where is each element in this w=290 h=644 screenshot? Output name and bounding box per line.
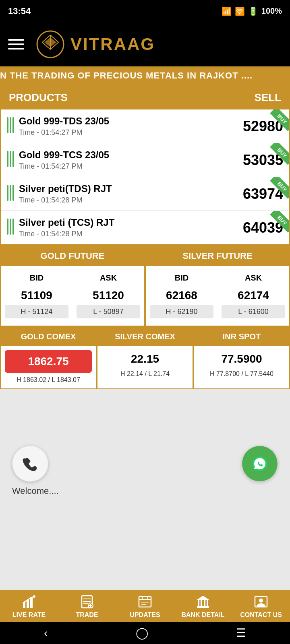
floating-buttons bbox=[0, 446, 290, 482]
whatsapp-button[interactable] bbox=[242, 446, 278, 482]
silver-future-title: SILVER FUTURE bbox=[182, 251, 252, 261]
gold-future-cols: BID 51109 H - 51124 ASK 51120 L - 50897 bbox=[1, 266, 144, 326]
product-row: Silver peti (TCS) RJT Time - 01:54:28 PM… bbox=[1, 211, 289, 244]
nav-contact-us-label: CONTACT US bbox=[240, 611, 282, 619]
contact-icon bbox=[253, 594, 269, 609]
home-button[interactable]: ◯ bbox=[136, 626, 148, 640]
silver-future-header: SILVER FUTURE bbox=[146, 246, 289, 266]
ticker-bar: N THE TRADING OF PRECIOUS METALS IN RAJK… bbox=[0, 66, 290, 85]
nav-bank-detail-label: BANK DETAIL bbox=[181, 611, 224, 619]
phone-icon bbox=[22, 456, 38, 472]
menu-button[interactable] bbox=[8, 39, 24, 50]
welcome-text: Welcome.... bbox=[0, 482, 290, 500]
silver-comex-value: 22.15 bbox=[97, 346, 193, 369]
gold-future-title: GOLD FUTURE bbox=[41, 251, 105, 261]
product-name: Silver peti(TDS) RJT bbox=[19, 183, 112, 194]
svg-rect-6 bbox=[27, 600, 29, 608]
product-name: Silver peti (TCS) RJT bbox=[19, 217, 114, 228]
status-bar: 13:54 📶 🛜 🔋 100% bbox=[0, 0, 290, 22]
nav-trade[interactable]: TRADE bbox=[58, 594, 116, 619]
gold-future-box: GOLD FUTURE BID 51109 H - 51124 ASK 5112… bbox=[0, 245, 145, 326]
product-row: Silver peti(TDS) RJT Time - 01:54:28 PM … bbox=[1, 177, 289, 211]
signal-icon: 📶 bbox=[222, 6, 232, 16]
back-button[interactable]: ‹ bbox=[44, 627, 48, 640]
futures-section: GOLD FUTURE BID 51109 H - 51124 ASK 5112… bbox=[0, 245, 290, 326]
inr-spot-header: INR SPOT bbox=[194, 327, 289, 346]
comex-section: GOLD COMEX 1862.75 H 1863.02 / L 1843.07… bbox=[0, 326, 290, 389]
buy-badge bbox=[267, 177, 289, 199]
gold-bid-label: BID bbox=[3, 270, 70, 286]
products-col2: SELL bbox=[255, 91, 281, 104]
phone-button[interactable] bbox=[12, 446, 48, 482]
silver-future-box: SILVER FUTURE BID 62168 H - 62190 ASK 62… bbox=[145, 245, 290, 326]
buy-badge bbox=[267, 211, 289, 233]
svg-rect-16 bbox=[139, 597, 151, 607]
product-left: Silver peti (TCS) RJT Time - 01:54:28 PM bbox=[7, 217, 114, 238]
trade-icon bbox=[79, 594, 95, 609]
product-indicator bbox=[7, 117, 14, 133]
silver-comex-hl: H 22.14 / L 21.74 bbox=[97, 369, 193, 382]
header: VITRAAG bbox=[0, 22, 290, 66]
product-info: Gold 999-TCS 23/05 Time - 01:54:27 PM bbox=[19, 149, 109, 171]
silver-comex-title: SILVER COMEX bbox=[115, 332, 175, 341]
product-indicator bbox=[7, 185, 14, 201]
products-col1: PRODUCTS bbox=[9, 91, 68, 104]
nav-contact-us[interactable]: CONTACT US bbox=[232, 594, 290, 619]
svg-rect-23 bbox=[198, 600, 199, 606]
silver-future-cols: BID 62168 H - 62190 ASK 62174 L - 61600 bbox=[146, 266, 289, 326]
silver-ask-value: 62174 bbox=[220, 286, 287, 305]
inr-spot-hl: H 77.8700 / L 77.5440 bbox=[194, 369, 289, 382]
product-time: Time - 01:54:27 PM bbox=[19, 128, 109, 137]
gold-comex-value: 1862.75 bbox=[5, 350, 92, 373]
whatsapp-icon bbox=[252, 456, 268, 472]
gold-bid-col: BID 51109 H - 51124 bbox=[1, 266, 72, 326]
wifi-icon: 🛜 bbox=[235, 6, 245, 16]
silver-low: L - 61600 bbox=[222, 305, 285, 318]
silver-comex-header: SILVER COMEX bbox=[97, 327, 193, 346]
product-row: Gold 999-TDS 23/05 Time - 01:54:27 PM 52… bbox=[1, 109, 289, 143]
nav-trade-label: TRADE bbox=[76, 611, 98, 619]
gold-low: L - 50897 bbox=[77, 305, 140, 318]
status-time: 13:54 bbox=[8, 6, 31, 17]
svg-point-8 bbox=[33, 595, 35, 598]
gold-comex-header: GOLD COMEX bbox=[1, 327, 96, 346]
product-time: Time - 01:54:28 PM bbox=[19, 230, 114, 238]
product-info: Gold 999-TDS 23/05 Time - 01:54:27 PM bbox=[19, 116, 109, 137]
silver-high: H - 62190 bbox=[150, 305, 213, 318]
nav-updates[interactable]: UPDATES bbox=[116, 594, 174, 619]
inr-spot-value: 77.5900 bbox=[194, 346, 289, 369]
nav-bank-detail[interactable]: BANK DETAIL bbox=[174, 594, 232, 619]
product-name: Gold 999-TCS 23/05 bbox=[19, 149, 109, 161]
logo-text: VITRAAG bbox=[70, 35, 155, 54]
product-left: Gold 999-TCS 23/05 Time - 01:54:27 PM bbox=[7, 149, 109, 171]
ticker-text: N THE TRADING OF PRECIOUS METALS IN RAJK… bbox=[0, 70, 253, 81]
svg-marker-22 bbox=[197, 596, 209, 600]
svg-point-29 bbox=[259, 599, 263, 603]
inr-spot-box: INR SPOT 77.5900 H 77.8700 / L 77.5440 bbox=[193, 326, 290, 389]
gold-comex-title: GOLD COMEX bbox=[21, 332, 76, 341]
buy-badge bbox=[267, 143, 289, 165]
silver-comex-box: SILVER COMEX 22.15 H 22.14 / L 21.74 bbox=[97, 326, 193, 389]
products-header: PRODUCTS SELL bbox=[1, 86, 289, 109]
product-info: Silver peti(TDS) RJT Time - 01:54:28 PM bbox=[19, 183, 112, 204]
silver-ask-label: ASK bbox=[220, 270, 287, 286]
product-time: Time - 01:54:28 PM bbox=[19, 196, 112, 204]
updates-icon bbox=[137, 594, 153, 609]
logo-area: VITRAAG bbox=[36, 30, 155, 58]
bank-icon bbox=[195, 594, 211, 609]
inr-spot-title: INR SPOT bbox=[223, 332, 261, 341]
gold-ask-col: ASK 51120 L - 50897 bbox=[72, 266, 144, 326]
product-left: Silver peti(TDS) RJT Time - 01:54:28 PM bbox=[7, 183, 112, 204]
status-right: 📶 🛜 🔋 100% bbox=[222, 6, 282, 16]
silver-bid-value: 62168 bbox=[148, 286, 215, 305]
product-indicator bbox=[7, 219, 14, 235]
gold-ask-value: 51120 bbox=[75, 286, 142, 305]
svg-rect-7 bbox=[30, 597, 33, 608]
nav-live-rate[interactable]: LIVE RATE bbox=[0, 594, 58, 619]
silver-bid-col: BID 62168 H - 62190 bbox=[146, 266, 218, 326]
buy-badge bbox=[267, 109, 289, 132]
welcome-label: Welcome.... bbox=[12, 486, 59, 496]
recent-button[interactable]: ☰ bbox=[236, 626, 246, 640]
gold-comex-box: GOLD COMEX 1862.75 H 1863.02 / L 1843.07 bbox=[0, 326, 97, 389]
silver-bid-label: BID bbox=[148, 270, 215, 286]
